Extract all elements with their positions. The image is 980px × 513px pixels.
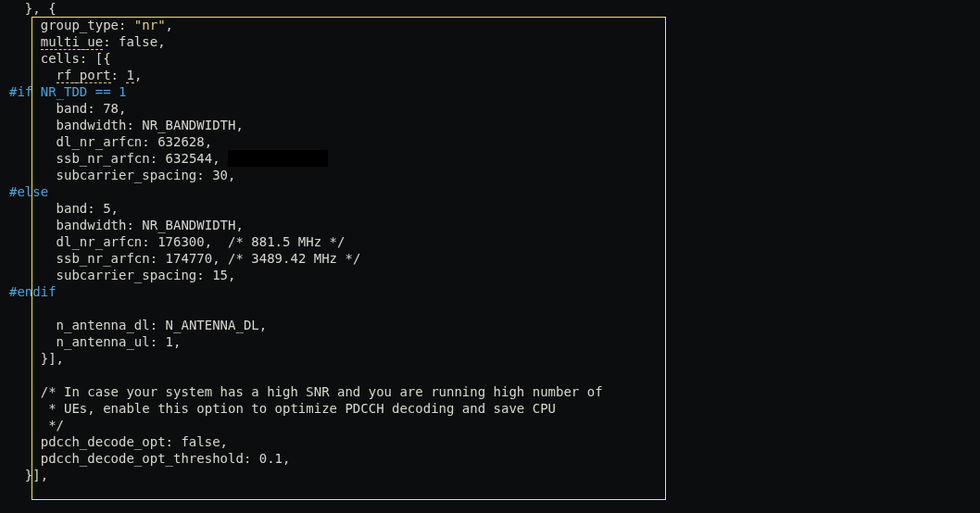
code-line: group_type: "nr", [9, 17, 603, 33]
code-line: subcarrier_spacing: 15, [9, 267, 603, 283]
code-line [9, 367, 603, 383]
code-line [9, 300, 603, 317]
code-line: #else [9, 183, 603, 200]
code-line: pdcch_decode_opt: false, [9, 433, 603, 450]
code-line: }], [9, 467, 603, 483]
code-line: */ [9, 417, 603, 433]
code-line: pdcch_decode_opt_threshold: 0.1, [9, 450, 603, 467]
code-line: multi_ue: false, [9, 33, 603, 50]
code-line: band: 5, [9, 200, 603, 217]
code-line: * UEs, enable this option to optimize PD… [9, 400, 603, 417]
code-line: dl_nr_arfcn: 176300, /* 881.5 MHz */ [9, 233, 603, 250]
redaction-box [228, 150, 328, 167]
code-line: #endif [9, 283, 603, 300]
code-editor[interactable]: }, { group_type: "nr", multi_ue: false, … [0, 0, 980, 513]
code-line: #if NR_TDD == 1 [9, 83, 603, 100]
code-line: rf_port: 1, [9, 67, 603, 83]
code-area[interactable]: }, { group_type: "nr", multi_ue: false, … [0, 0, 603, 483]
code-line: ssb_nr_arfcn: 632544, [9, 150, 603, 167]
code-line: bandwidth: NR_BANDWIDTH, [9, 117, 603, 133]
code-line: bandwidth: NR_BANDWIDTH, [9, 217, 603, 233]
code-line: subcarrier_spacing: 30, [9, 167, 603, 183]
code-line: n_antenna_ul: 1, [9, 333, 603, 350]
code-line: dl_nr_arfcn: 632628, [9, 133, 603, 150]
code-line: n_antenna_dl: N_ANTENNA_DL, [9, 317, 603, 333]
code-line: cells: [{ [9, 50, 603, 67]
code-line: /* In case your system has a high SNR an… [9, 383, 603, 400]
code-line: band: 78, [9, 100, 603, 117]
code-line: }], [9, 350, 603, 367]
code-line: }, { [9, 0, 603, 17]
code-line: ssb_nr_arfcn: 174770, /* 3489.42 MHz */ [9, 250, 603, 267]
